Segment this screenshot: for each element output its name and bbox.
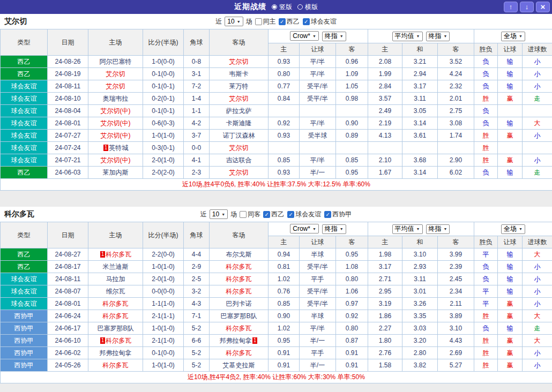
- recent-count-select[interactable]: 10▼: [225, 17, 243, 26]
- home-team[interactable]: 阿尔巴塞特: [88, 56, 143, 68]
- asia-away-odds: 0.80: [336, 273, 368, 285]
- home-team[interactable]: 艾尔切(中): [88, 105, 143, 117]
- scroll-up-button[interactable]: ↑: [504, 2, 518, 12]
- europe-away-odds: 2.11: [438, 298, 474, 310]
- close-button[interactable]: ×: [536, 2, 550, 12]
- away-team[interactable]: 萨拉戈萨: [210, 105, 268, 117]
- asia-away-odds: 1.09: [336, 68, 368, 80]
- league-filter[interactable]: ✓球会友谊: [287, 210, 321, 219]
- away-team[interactable]: 科尔多瓦: [210, 261, 268, 273]
- away-team[interactable]: 巴塞罗那B队: [210, 310, 268, 322]
- home-team[interactable]: 奥瑞韦拉: [88, 93, 143, 105]
- home-team[interactable]: 科尔多瓦: [88, 298, 143, 310]
- home-team[interactable]: 1英特城: [88, 142, 143, 154]
- team-link-text: 艾尔切(中): [101, 156, 131, 164]
- europe-final-select[interactable]: 终指▼: [426, 224, 450, 234]
- away-team[interactable]: 吉达联合: [210, 154, 268, 167]
- col-date: 日期: [48, 222, 88, 248]
- away-team[interactable]: 科尔多瓦: [210, 322, 268, 335]
- col-eu-home: 主: [368, 43, 402, 56]
- asia-home-odds: 0.92: [268, 117, 300, 130]
- up-arrow-icon: ↑: [509, 3, 513, 11]
- home-team[interactable]: 艾尔切(中): [88, 154, 143, 167]
- home-team[interactable]: 维尔瓦: [88, 285, 143, 298]
- home-team[interactable]: 艾尔切(中): [88, 130, 143, 142]
- fulltime-select[interactable]: 全场▼: [501, 224, 525, 234]
- away-team[interactable]: 布尔戈斯: [210, 248, 268, 261]
- away-team[interactable]: 莱万特: [210, 80, 268, 93]
- league-filter[interactable]: ✓西乙: [263, 210, 284, 219]
- match-result: 负: [474, 273, 498, 285]
- away-team[interactable]: 邦弗拉甸拿1: [210, 335, 268, 347]
- league-filter[interactable]: ✓球会友谊: [303, 17, 337, 26]
- league-checkbox[interactable]: ✓: [303, 18, 310, 25]
- away-team[interactable]: 艾尔切: [210, 93, 268, 105]
- away-team[interactable]: 科尔多瓦: [210, 285, 268, 298]
- fulltime-select[interactable]: 全场▼: [501, 32, 525, 41]
- view-mode-radio[interactable]: 横版: [297, 3, 318, 12]
- home-team[interactable]: 莱加内斯: [88, 167, 143, 179]
- league-checkbox[interactable]: ✓: [287, 211, 294, 218]
- home-team[interactable]: 科尔多瓦: [88, 359, 143, 372]
- league-filter[interactable]: ✓西乙: [279, 17, 300, 26]
- asia-odds-header: Crow*▼终指▼: [268, 29, 368, 43]
- europe-away-odds: 3.10: [438, 322, 474, 335]
- home-team[interactable]: 马拉加: [88, 273, 143, 285]
- league-checkbox[interactable]: ✓: [263, 211, 270, 218]
- asia-home-odds: 0.93: [268, 167, 300, 179]
- match-result: 负: [474, 105, 498, 117]
- europe-away-odds: 1.74: [438, 130, 474, 142]
- team-link-text: 艾尔切: [106, 70, 125, 78]
- view-mode-radio[interactable]: 竖版: [272, 3, 292, 12]
- away-team[interactable]: 科尔多瓦: [210, 347, 268, 359]
- europe-away-odds: 6.02: [438, 167, 474, 179]
- same-venue-checkbox[interactable]: [240, 211, 247, 218]
- recent-count-select[interactable]: 10▼: [210, 209, 228, 219]
- league-filter[interactable]: ✓西协甲: [324, 210, 352, 219]
- home-team[interactable]: 巴塞罗那B队: [88, 322, 143, 335]
- bookmaker-select[interactable]: Crow*▼: [290, 224, 319, 233]
- league-checkbox[interactable]: ✓: [279, 18, 286, 25]
- home-team[interactable]: 艾尔切: [88, 80, 143, 93]
- asia-away-odds: 0.89: [336, 130, 368, 142]
- window-controls: ↑ ↓ ×: [504, 2, 550, 12]
- away-team[interactable]: 艾尔切: [210, 56, 268, 68]
- away-team[interactable]: 科尔多瓦: [210, 273, 268, 285]
- away-team[interactable]: 卡斯迪隆: [210, 117, 268, 130]
- home-team[interactable]: 科尔多瓦: [88, 310, 143, 322]
- home-team[interactable]: 1科尔多瓦: [88, 335, 143, 347]
- home-team[interactable]: 艾尔切: [88, 68, 143, 80]
- average-select[interactable]: 平均值▼: [392, 224, 423, 234]
- asia-handicap: 平/半: [300, 68, 336, 80]
- same-venue-filter[interactable]: 同主: [255, 17, 276, 26]
- same-venue-label: 同客: [248, 210, 260, 219]
- radio-icon: [297, 4, 303, 10]
- home-team[interactable]: 邦弗拉甸拿: [88, 347, 143, 359]
- league-type-badge: 西乙: [1, 56, 48, 68]
- average-select[interactable]: 平均值▼: [392, 32, 423, 41]
- asia-final-select[interactable]: 终指▼: [322, 224, 346, 234]
- away-team[interactable]: 巴列卡诺: [210, 298, 268, 310]
- bookmaker-select[interactable]: Crow*▼: [290, 31, 319, 41]
- away-team[interactable]: 韦斯卡: [210, 68, 268, 80]
- league-checkbox[interactable]: ✓: [324, 211, 331, 218]
- asia-final-select[interactable]: 终指▼: [322, 32, 346, 41]
- scroll-down-button[interactable]: ↓: [520, 2, 534, 12]
- home-team[interactable]: 米兰迪斯: [88, 261, 143, 273]
- away-team[interactable]: 艾尔切: [210, 142, 268, 154]
- same-venue-filter[interactable]: 同客: [240, 210, 260, 219]
- away-team[interactable]: 艾基史拉斯: [210, 359, 268, 372]
- team-link-text: 艾尔切(中): [101, 119, 131, 127]
- europe-final-select[interactable]: 终指▼: [426, 32, 450, 41]
- col-type: 类型: [1, 222, 48, 248]
- europe-away-odds: 5.27: [438, 359, 474, 372]
- goals-result: 小: [523, 347, 552, 359]
- same-venue-checkbox[interactable]: [255, 18, 262, 25]
- home-team[interactable]: 艾尔切(中): [88, 117, 143, 130]
- europe-draw-odds: 3.17: [402, 80, 438, 93]
- away-team[interactable]: 诺丁汉森林: [210, 130, 268, 142]
- home-team[interactable]: 1科尔多瓦: [88, 248, 143, 261]
- chevron-down-icon: ▼: [312, 34, 316, 38]
- away-team[interactable]: 艾尔切: [210, 167, 268, 179]
- match-date: 24-08-04: [48, 105, 88, 117]
